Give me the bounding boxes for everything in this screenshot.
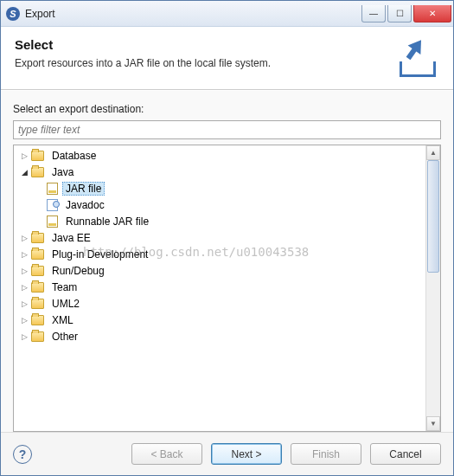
folder-icon — [31, 167, 44, 177]
export-icon — [398, 39, 439, 77]
chevron-right-icon[interactable]: ▷ — [19, 151, 29, 160]
scroll-up-icon[interactable]: ▲ — [426, 145, 440, 160]
chevron-right-icon[interactable]: ▷ — [19, 332, 29, 341]
cancel-button[interactable]: Cancel — [370, 443, 441, 465]
chevron-right-icon[interactable]: ▷ — [19, 250, 29, 259]
folder-icon — [31, 233, 44, 243]
tree-item-label: Run/Debug — [48, 264, 108, 278]
window-title: Export — [25, 8, 360, 20]
folder-icon — [31, 282, 44, 293]
chevron-right-icon[interactable]: ▷ — [19, 299, 29, 308]
folder-icon — [31, 249, 44, 260]
tree-item-label: Team — [48, 280, 80, 294]
titlebar[interactable]: S Export — ☐ ✕ — [1, 1, 453, 27]
wizard-header: Select Export resources into a JAR file … — [1, 27, 453, 90]
tree-row[interactable]: JAR file — [14, 180, 440, 196]
maximize-button[interactable]: ☐ — [387, 5, 412, 23]
folder-icon — [31, 266, 44, 276]
next-button[interactable]: Next > — [211, 443, 282, 465]
chevron-right-icon[interactable]: ▷ — [19, 283, 29, 292]
tree-row[interactable]: ◢Java — [14, 164, 440, 180]
tree-row[interactable]: ▷Team — [14, 279, 440, 295]
scrollbar[interactable]: ▲ ▼ — [425, 145, 440, 431]
tree-row[interactable]: ▷Plug-in Development — [14, 246, 440, 262]
folder-icon — [31, 151, 44, 161]
tree-item-label: Plug-in Development — [48, 248, 151, 261]
help-icon[interactable]: ? — [13, 445, 32, 464]
destination-label: Select an export destination: — [13, 103, 441, 115]
page-description: Export resources into a JAR file on the … — [15, 57, 389, 69]
app-icon: S — [6, 7, 20, 21]
tree-item-label: Java EE — [48, 231, 94, 245]
window-controls: — ☐ ✕ — [360, 5, 451, 23]
tree-row[interactable]: Javadoc — [14, 196, 440, 213]
chevron-right-icon[interactable]: ▷ — [19, 234, 29, 242]
tree-row[interactable]: ▷UML2 — [14, 295, 440, 312]
tree-item-label: UML2 — [48, 297, 83, 311]
minimize-button[interactable]: — — [361, 5, 386, 23]
tree-row[interactable]: ▷Java EE — [14, 229, 440, 246]
export-tree[interactable]: http://blog.csdn.net/u010043538 ▷Databas… — [14, 145, 440, 431]
doc-icon — [47, 199, 58, 211]
tree-row[interactable]: ▷Other — [14, 328, 440, 344]
chevron-right-icon[interactable]: ▷ — [19, 267, 29, 275]
chevron-right-icon[interactable]: ▷ — [19, 316, 29, 325]
close-button[interactable]: ✕ — [413, 5, 451, 23]
tree-container: http://blog.csdn.net/u010043538 ▷Databas… — [13, 145, 441, 432]
tree-row[interactable]: ▷Database — [14, 147, 440, 164]
filter-input[interactable] — [13, 120, 441, 139]
scroll-thumb[interactable] — [427, 160, 439, 273]
tree-item-label: Java — [48, 165, 77, 179]
tree-item-label: Other — [48, 330, 81, 344]
finish-button[interactable]: Finish — [291, 443, 361, 465]
chevron-down-icon[interactable]: ◢ — [19, 168, 29, 177]
tree-item-label: XML — [48, 313, 77, 327]
jar-icon — [47, 183, 58, 195]
folder-icon — [31, 315, 44, 325]
page-title: Select — [15, 37, 389, 52]
folder-icon — [31, 299, 44, 309]
export-dialog: S Export — ☐ ✕ Select Export resources i… — [0, 0, 454, 476]
jar-icon — [47, 215, 58, 228]
tree-item-label: JAR file — [62, 182, 105, 196]
scroll-down-icon[interactable]: ▼ — [426, 416, 440, 431]
button-bar: ? < Back Next > Finish Cancel — [1, 432, 453, 475]
content-area: Select an export destination: http://blo… — [1, 90, 453, 432]
tree-row[interactable]: Runnable JAR file — [14, 213, 440, 229]
tree-row[interactable]: ▷Run/Debug — [14, 262, 440, 279]
tree-item-label: Runnable JAR file — [62, 215, 152, 228]
back-button[interactable]: < Back — [131, 443, 202, 465]
folder-icon — [31, 331, 44, 342]
tree-item-label: Database — [48, 149, 99, 163]
tree-item-label: Javadoc — [62, 198, 108, 212]
tree-row[interactable]: ▷XML — [14, 312, 440, 328]
